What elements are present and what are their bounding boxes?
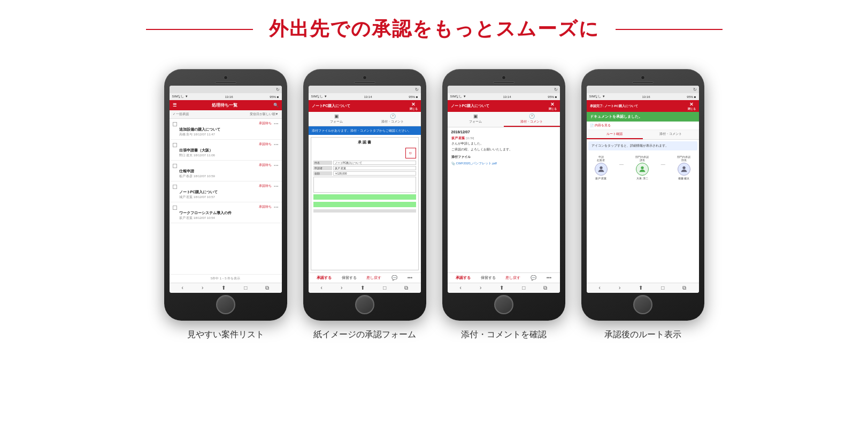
reload-icon-3[interactable]: ↻ — [554, 87, 558, 92]
tab-form-3[interactable]: ▣ フォーム — [448, 112, 504, 127]
tab-attach-4[interactable]: 添付・コメント — [643, 130, 699, 139]
comment-icon-3[interactable]: 💬 — [531, 275, 536, 281]
attach-file[interactable]: 📎 CWF2020_パンフレット.pdf — [451, 161, 556, 166]
search-icon[interactable]: 🔍 — [273, 103, 279, 108]
close-btn[interactable]: ✕ 閉じる — [410, 102, 418, 110]
bookmarks-icon-4[interactable]: □ — [661, 285, 664, 291]
tab-attach-3[interactable]: 🕐 添付・コメント — [504, 112, 560, 127]
list-header: ☰ 処理待ち一覧 🔍 — [170, 100, 282, 110]
item-dots-4[interactable]: ••• — [274, 184, 278, 200]
share-icon-3[interactable]: ⬆ — [500, 285, 504, 291]
caption-2: 紙イメージの承認フォーム — [313, 329, 416, 340]
view-content-btn[interactable]: 📄 内容を見る — [587, 122, 699, 130]
tab-attach[interactable]: 🕐 添付・コメント — [365, 112, 421, 126]
item-sub-2: 野口 道夫 18/12/07 11:06 — [179, 153, 272, 158]
caption-3: 添付・コメントを確認 — [461, 329, 547, 340]
item-dots-3[interactable]: ••• — [274, 163, 278, 179]
return-btn-2[interactable]: 差し戻す — [366, 275, 381, 281]
comment-icon-2[interactable]: 💬 — [391, 275, 397, 281]
hold-btn-3[interactable]: 保留する — [481, 275, 496, 281]
phone-col-3: ↻ SIMなし ▼ 13:14 95% ■ ノートPC購入について ✕ 閉じる — [442, 69, 565, 340]
back-icon-3[interactable]: ‹ — [460, 285, 462, 291]
bottom-nav-2: ‹ › ⬆ □ ⧉ — [309, 283, 421, 293]
home-button-3[interactable] — [494, 295, 513, 314]
hold-btn-2[interactable]: 保留する — [342, 275, 357, 281]
back-icon-4[interactable]: ‹ — [599, 285, 601, 291]
tabs-icon-2[interactable]: ⧉ — [404, 285, 408, 291]
item-sub-5: 坂戸 若葉 18/12/07 10:54 — [179, 216, 272, 221]
bookmarks-icon[interactable]: □ — [244, 285, 247, 291]
approve-btn-3[interactable]: 承認する — [456, 275, 471, 281]
sort-order[interactable]: 受信日が新しい順▼ — [250, 112, 279, 117]
status-bar-2: SIMなし ▼ 13:14 95% ■ — [309, 93, 421, 100]
attach-label: 添付ファイル — [451, 155, 556, 160]
bulk-approve-btn[interactable]: ✓ 一括承認 — [173, 112, 189, 117]
more-icon-2[interactable]: ••• — [408, 275, 412, 281]
status-left-1: SIMなし ▼ — [172, 94, 188, 99]
tabs-icon[interactable]: ⧉ — [265, 285, 269, 291]
forward-icon-2[interactable]: › — [341, 285, 342, 291]
speaker — [215, 81, 236, 84]
comment-submitted: さんが申請しました。 — [451, 141, 556, 146]
tab-form[interactable]: ▣ フォーム — [309, 112, 365, 126]
item-checkbox-5[interactable] — [173, 206, 177, 210]
item-checkbox-2[interactable] — [173, 143, 177, 147]
reload-icon-2[interactable]: ↻ — [415, 87, 419, 92]
item-checkbox-4[interactable] — [173, 185, 177, 189]
avatar-3[interactable] — [678, 163, 690, 176]
item-sub-1: 高橋 良与 18/12/07 11:47 — [179, 132, 272, 137]
forward-icon-4[interactable]: › — [619, 285, 620, 291]
item-badge-2: 承認待ち — [179, 142, 272, 147]
item-dots-1[interactable]: ••• — [274, 121, 278, 137]
list-item[interactable]: 承認待ち ワークフローシステム導入の件 坂戸 若葉 18/12/07 10:54… — [170, 202, 282, 223]
role-label-1: 申請起案者 — [597, 155, 605, 162]
reload-icon-4[interactable]: ↻ — [693, 87, 697, 92]
item-dots-5[interactable]: ••• — [274, 204, 278, 221]
tabs-icon-4[interactable]: ⧉ — [682, 285, 686, 291]
list-item[interactable]: 承認待ち ノートPC購入について 城戸 若葉 18/12/07 10:57 ••… — [170, 181, 282, 202]
action-bar-3: 承認する 保留する 差し戻す 💬 ••• — [448, 272, 560, 283]
avatar-2[interactable] — [636, 163, 649, 176]
tabs-icon-3[interactable]: ⧉ — [543, 285, 547, 291]
forward-icon[interactable]: › — [202, 285, 203, 291]
phone-4: ↻ SIMなし ▼ 13:16 95% ■ 承認完了: ノートPC購入について … — [581, 69, 704, 321]
attach-icon: 🕐 — [390, 113, 396, 119]
home-button-2[interactable] — [355, 295, 374, 314]
close-btn-3[interactable]: ✕ 閉じる — [549, 102, 557, 110]
share-icon-2[interactable]: ⬆ — [360, 285, 365, 291]
home-button-4[interactable] — [633, 295, 652, 314]
list-item[interactable]: 承認待ち 追加設備の購入について 高橋 良与 18/12/07 11:47 ••… — [170, 119, 282, 140]
share-icon[interactable]: ⬆ — [221, 285, 226, 291]
back-icon-2[interactable]: ‹ — [321, 285, 322, 291]
more-icon-3[interactable]: ••• — [547, 275, 551, 281]
home-button-1[interactable] — [216, 295, 235, 314]
comment-header-info: 坂戸 若葉 [11:59] — [451, 136, 556, 141]
role-label-3: 部門内承認部長 — [677, 155, 690, 162]
camera-icon-2 — [363, 75, 367, 80]
reload-icon[interactable]: ↻ — [276, 87, 280, 92]
status-left-4: SIMなし ▼ — [589, 94, 605, 99]
item-title-5: ワークフローシステム導入の件 — [179, 210, 272, 216]
approve-btn-2[interactable]: 承認する — [317, 275, 332, 281]
phone-1: ↻ SIMなし ▼ 13:16 95% ■ ☰ 処理待ち一覧 🔍 — [164, 69, 287, 321]
list-item[interactable]: 承認待ち 出張申請書（大阪） 野口 道夫 18/12/07 11:06 ••• — [170, 140, 282, 161]
item-dots-2[interactable]: ••• — [274, 142, 278, 158]
back-icon[interactable]: ‹ — [182, 285, 183, 291]
phones-row: ↻ SIMなし ▼ 13:16 95% ■ ☰ 処理待ち一覧 🔍 — [164, 69, 704, 340]
return-btn-3[interactable]: 差し戻す — [505, 275, 520, 281]
form-content-area — [313, 177, 416, 193]
status-bar-4: SIMなし ▼ 13:16 95% ■ — [587, 93, 699, 100]
tab-route[interactable]: ルート確認 — [587, 130, 643, 139]
forward-icon-3[interactable]: › — [480, 285, 481, 291]
bookmarks-icon-2[interactable]: □ — [383, 285, 386, 291]
list-subheader: ✓ 一括承認 受信日が新しい順▼ — [170, 110, 282, 119]
list-item[interactable]: 承認待ち 仕報申請 栃戸 春彦 18/12/07 10:59 ••• — [170, 161, 282, 181]
share-icon-4[interactable]: ⬆ — [639, 285, 643, 291]
item-checkbox-1[interactable] — [173, 122, 177, 126]
form-label-2: 申請者 — [313, 166, 332, 170]
item-checkbox-3[interactable] — [173, 164, 177, 168]
bookmarks-icon-3[interactable]: □ — [522, 285, 525, 291]
avatar-1[interactable] — [595, 163, 608, 176]
screen-4: ↻ SIMなし ▼ 13:16 95% ■ 承認完了: ノートPC購入について … — [587, 86, 699, 293]
close-btn-4[interactable]: ✕ 閉じる — [688, 102, 696, 110]
